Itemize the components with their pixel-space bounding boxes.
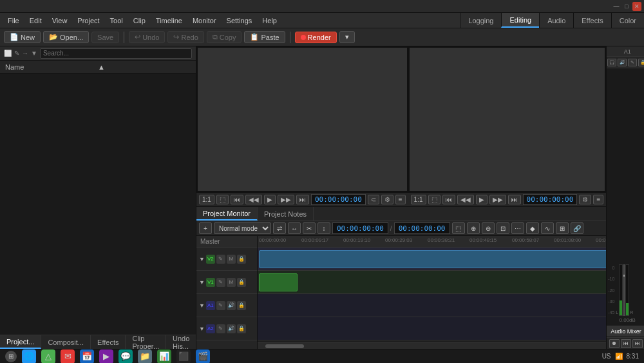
- app-chrome[interactable]: 🌐: [22, 349, 36, 364]
- search-input[interactable]: [40, 48, 192, 59]
- program-next-frame[interactable]: ⏭: [508, 195, 521, 204]
- fader-a1[interactable]: [623, 264, 625, 316]
- tl-marker[interactable]: ◆: [526, 222, 539, 234]
- track-v2-lock[interactable]: 🔒: [237, 255, 246, 264]
- track-v1-icon[interactable]: V1: [206, 278, 215, 287]
- panel-icon-2[interactable]: ✎: [14, 50, 19, 57]
- undo-button[interactable]: ↩ Undo: [129, 31, 165, 43]
- app-files[interactable]: 📁: [138, 349, 152, 364]
- source-more[interactable]: ≡: [395, 195, 406, 204]
- clip-v1[interactable]: [259, 273, 298, 291]
- source-step-back[interactable]: ◀◀: [245, 195, 262, 204]
- program-prev-in[interactable]: ⏮: [442, 195, 455, 204]
- program-step-fwd[interactable]: ▶▶: [489, 195, 506, 204]
- menu-clip[interactable]: Clip: [128, 15, 151, 26]
- tl-zoom-out[interactable]: ⊖: [482, 222, 495, 234]
- menu-view[interactable]: View: [47, 15, 73, 26]
- source-mark-in[interactable]: ⊂: [368, 195, 379, 204]
- ch-a1-headphone[interactable]: 🎧: [607, 59, 616, 66]
- track-a1-edit[interactable]: ✎: [216, 301, 225, 310]
- source-settings[interactable]: ⚙: [381, 195, 393, 204]
- open-button[interactable]: 📂 Open...: [43, 31, 89, 43]
- save-button[interactable]: Save: [91, 32, 119, 43]
- ch-a1-lock[interactable]: 🔒: [638, 59, 644, 66]
- workspace-logging[interactable]: Logging: [460, 13, 501, 28]
- source-next-frame[interactable]: ⏭: [296, 195, 309, 204]
- track-a2-edit[interactable]: ✎: [216, 324, 225, 333]
- workspace-effects[interactable]: Effects: [573, 13, 611, 28]
- app-drive[interactable]: △: [41, 349, 55, 364]
- source-fit-btn[interactable]: ⬚: [216, 195, 229, 204]
- app-gmail[interactable]: ✉: [61, 349, 75, 364]
- new-button[interactable]: 📄 New: [4, 31, 41, 43]
- edit-mode-select[interactable]: Normal mode: [214, 222, 271, 234]
- menu-project[interactable]: Project: [72, 15, 104, 26]
- tl-in-out[interactable]: ⬚: [452, 222, 465, 234]
- tab-project[interactable]: Project...: [0, 335, 41, 349]
- panel-icon-4[interactable]: ▼: [31, 50, 37, 57]
- track-v2-mute[interactable]: M: [227, 255, 236, 264]
- app-sheets[interactable]: 📊: [157, 349, 171, 364]
- clip-v2[interactable]: [259, 250, 606, 268]
- tl-snap[interactable]: ⋯: [511, 222, 524, 234]
- track-a2-lock[interactable]: 🔒: [237, 324, 246, 333]
- tab-effects[interactable]: Effects: [91, 335, 126, 349]
- track-v1-edit[interactable]: ✎: [216, 278, 225, 287]
- timeline-scrollbar[interactable]: [258, 342, 606, 349]
- track-v2-icon[interactable]: V2: [206, 255, 215, 264]
- menu-tool[interactable]: Tool: [105, 15, 128, 26]
- tab-composit[interactable]: Composit...: [41, 335, 91, 349]
- menu-monitor[interactable]: Monitor: [187, 15, 222, 26]
- tab-project-monitor[interactable]: Project Monitor: [196, 207, 258, 221]
- track-v1-lock[interactable]: 🔒: [237, 278, 246, 287]
- tl-slide[interactable]: ↕: [317, 222, 330, 234]
- app-chat[interactable]: 💬: [118, 349, 133, 364]
- render-button[interactable]: Render: [295, 32, 337, 43]
- program-step-back[interactable]: ◀◀: [457, 195, 474, 204]
- tl-link[interactable]: 🔗: [571, 222, 583, 234]
- tab-clip-prop[interactable]: Clip Proper...: [126, 335, 166, 349]
- menu-settings[interactable]: Settings: [222, 15, 258, 26]
- rt-record[interactable]: ⏺: [609, 339, 620, 348]
- ch-a1-speaker[interactable]: 🔊: [618, 59, 627, 66]
- close-button[interactable]: ✕: [632, 2, 641, 11]
- tl-slip[interactable]: ✂: [303, 222, 316, 234]
- panel-icon-1[interactable]: ⬜: [4, 50, 12, 57]
- tab-undo-his[interactable]: Undo His...: [166, 335, 196, 349]
- program-zoom[interactable]: 1:1: [411, 195, 426, 204]
- workspace-color[interactable]: Color: [611, 13, 644, 28]
- tl-rolling[interactable]: ↔: [288, 222, 301, 234]
- track-a2-icon[interactable]: A2: [206, 324, 215, 333]
- program-settings[interactable]: ⚙: [579, 195, 591, 204]
- tab-project-notes[interactable]: Project Notes: [258, 207, 314, 221]
- track-v1-mute[interactable]: M: [227, 278, 236, 287]
- rt-prev[interactable]: ⏮: [621, 339, 631, 348]
- app-calendar[interactable]: 📅: [80, 349, 94, 364]
- source-step-fwd[interactable]: ▶▶: [278, 195, 294, 204]
- source-zoom[interactable]: 1:1: [199, 195, 214, 204]
- panel-icon-3[interactable]: →: [22, 50, 28, 57]
- chromeos-launcher[interactable]: ⊞: [5, 351, 17, 362]
- program-more[interactable]: ≡: [593, 195, 603, 204]
- ch-a1-edit[interactable]: ✎: [628, 59, 637, 66]
- app-resolve[interactable]: 🎬: [196, 349, 210, 364]
- source-prev-frame[interactable]: ⏮: [231, 195, 243, 204]
- maximize-button[interactable]: □: [622, 2, 631, 11]
- program-fit-btn[interactable]: ⬚: [428, 195, 440, 204]
- source-play[interactable]: ▶: [264, 195, 276, 204]
- tab-audio-mixer[interactable]: Audio Mixer: [607, 326, 644, 337]
- track-v2-edit[interactable]: ✎: [216, 255, 225, 264]
- track-a1-icon[interactable]: A1: [206, 301, 215, 310]
- render-arrow[interactable]: ▾: [339, 31, 355, 43]
- tl-add-track[interactable]: +: [199, 222, 212, 234]
- redo-button[interactable]: ↪ Redo: [167, 31, 204, 43]
- track-a1-speaker[interactable]: 🔊: [227, 301, 236, 310]
- track-a1-lock[interactable]: 🔒: [237, 301, 246, 310]
- menu-edit[interactable]: Edit: [24, 15, 47, 26]
- workspace-audio[interactable]: Audio: [539, 13, 573, 28]
- paste-button[interactable]: 📋 Paste: [244, 31, 285, 43]
- app-play[interactable]: ▶: [99, 349, 113, 364]
- rt-next[interactable]: ⏭: [632, 339, 643, 348]
- tl-effects[interactable]: ∿: [541, 222, 554, 234]
- track-a2-speaker[interactable]: 🔊: [227, 324, 236, 333]
